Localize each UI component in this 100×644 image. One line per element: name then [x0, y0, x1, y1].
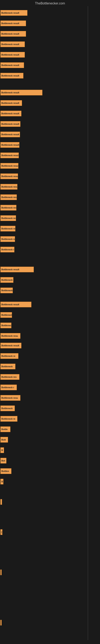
bar-label: Bottleneck result	[1, 91, 19, 94]
bar-item: Bottleneck result	[0, 20, 26, 26]
bar-item: [	[0, 529, 2, 535]
bar-item: Bottleneck result	[0, 236, 15, 242]
bar-item: Bottleneck result	[0, 62, 24, 68]
bar-item: Bottleneck result	[0, 111, 21, 116]
bar-item: Bottleneck re	[0, 353, 18, 359]
bar-item: Bottleneck result	[0, 267, 34, 272]
bar-item: Bottleneck	[0, 364, 15, 369]
bar-item: Bottleneck result	[0, 215, 16, 221]
bar-item: Bot	[0, 458, 6, 464]
bar-label: Bottleneck r	[1, 386, 14, 388]
chart-area: Bottleneck resultBottleneck resultBottle…	[0, 6, 100, 640]
bar-label: Bottleneck result	[1, 279, 13, 281]
bar-label: Bottleneck res	[1, 376, 17, 378]
bar-label: Bottleneck result	[1, 54, 19, 56]
bar-item: Bottleneck	[0, 406, 15, 411]
bar-item: Bottleneck result	[0, 302, 31, 307]
bar-label: Bottleneck result	[1, 32, 19, 35]
bar-item: Bottleneck result	[0, 163, 18, 169]
bar-label: Bottleneck result	[1, 123, 19, 125]
bar-label: Bottleneck result	[1, 324, 11, 327]
bar-item: Bottleneck result	[0, 100, 22, 106]
axis-line	[88, 6, 88, 640]
bar-label: Bottleneck result	[1, 12, 19, 14]
bar-item: Bottleneck result	[0, 184, 17, 190]
bar-item: Bottleneck result	[0, 90, 42, 96]
bar-item: Bottleneck resu	[0, 333, 20, 339]
bar-label: Bottleneck resu	[1, 397, 18, 399]
bar-label: Bottleneck result	[1, 344, 19, 347]
bar-label: Bott	[1, 438, 6, 441]
bar-item: B	[0, 479, 3, 484]
bar-label: Bottleneck result	[1, 112, 19, 115]
bar-label: Bottleneck result	[1, 314, 12, 316]
bar-item	[0, 620, 1, 626]
bar-item: Bottleneck r	[0, 384, 17, 390]
bar-item: Bottleneck result	[0, 73, 23, 78]
bar-item: Bottleneck res	[0, 374, 19, 380]
bar-item: Bottleneck result	[0, 226, 15, 232]
bar-label: Bottleneck result	[1, 186, 17, 188]
bar-item	[0, 570, 1, 575]
bar-item: Bottleneck result	[0, 194, 17, 200]
bar-label: Bottleneck result	[1, 303, 19, 306]
bar-item: Bottleneck result	[0, 322, 11, 328]
bar-label: Bottle	[1, 428, 8, 430]
bar-item: Bottleneck result	[0, 174, 18, 179]
bar-label: Bottleneck result	[1, 228, 15, 230]
bar-label: Bottleneck result	[1, 43, 19, 46]
bar-label: Bottleneck re	[1, 355, 15, 357]
bar-label: Bottleneck result	[1, 144, 19, 146]
bar-item: Bottleneck result	[0, 142, 19, 148]
bar-item: Bottleneck result	[0, 288, 13, 293]
bar-label: Bottleneck result	[1, 22, 19, 24]
bar-item: Bottleneck result	[0, 52, 25, 58]
bar-item	[0, 499, 2, 505]
bar-label: Bottleneck result	[1, 102, 19, 104]
bar-item: Bottleneck result	[0, 343, 21, 348]
bar-label: Bottleneck re	[1, 418, 15, 420]
bar-item: B	[0, 448, 4, 453]
bar-item: Bottleneck result	[0, 121, 20, 127]
bar-label: Bottleneck result	[1, 248, 14, 251]
bar-label: Bottleneck result	[1, 154, 19, 156]
bar-label: Bottlen	[1, 470, 9, 472]
site-title: TheBottlenecker.com	[0, 0, 100, 6]
bar-item: Bottlen	[0, 468, 11, 474]
bar-label: Bottleneck result	[1, 206, 16, 209]
bar-item: Bottleneck result	[0, 31, 26, 37]
bar-label: Bottleneck result	[1, 175, 18, 178]
bar-label: B	[1, 449, 3, 452]
bar-label: Bottleneck	[1, 407, 13, 410]
bar-item: Bott	[0, 437, 8, 442]
bar-label: Bottleneck result	[1, 196, 17, 198]
bar-label: Bottleneck result	[1, 64, 19, 66]
bar-item: Bottleneck result	[0, 247, 14, 252]
bar-label: Bottleneck result	[1, 238, 15, 240]
bar-item: Bottleneck result	[0, 277, 13, 283]
bar-label: Bottleneck result	[1, 74, 19, 77]
bar-label: Bottleneck result	[1, 217, 16, 219]
bar-label: Bottleneck	[1, 365, 13, 368]
bar-item: Bottleneck result	[0, 10, 27, 16]
bar-label: Bot	[1, 460, 5, 462]
bar-label: Bottleneck result	[1, 289, 13, 292]
bar-item: Bottleneck result	[0, 132, 20, 137]
bar-label: Bottleneck result	[1, 268, 19, 271]
bar-label: Bottleneck resu	[1, 335, 18, 337]
bar-label: Bottleneck result	[1, 164, 18, 167]
bar-item: Bottleneck result	[0, 42, 25, 47]
bar-item: Bottleneck re	[0, 416, 17, 422]
bar-label: B	[1, 480, 3, 483]
bar-item: Bottleneck resu	[0, 395, 20, 401]
bar-item: Bottle	[0, 426, 10, 432]
bar-item: Bottleneck result	[0, 312, 12, 318]
bar-item: Bottleneck result	[0, 152, 19, 158]
bar-label: [	[1, 531, 2, 533]
bar-item: Bottleneck result	[0, 205, 16, 210]
bar-label: Bottleneck result	[1, 133, 19, 136]
